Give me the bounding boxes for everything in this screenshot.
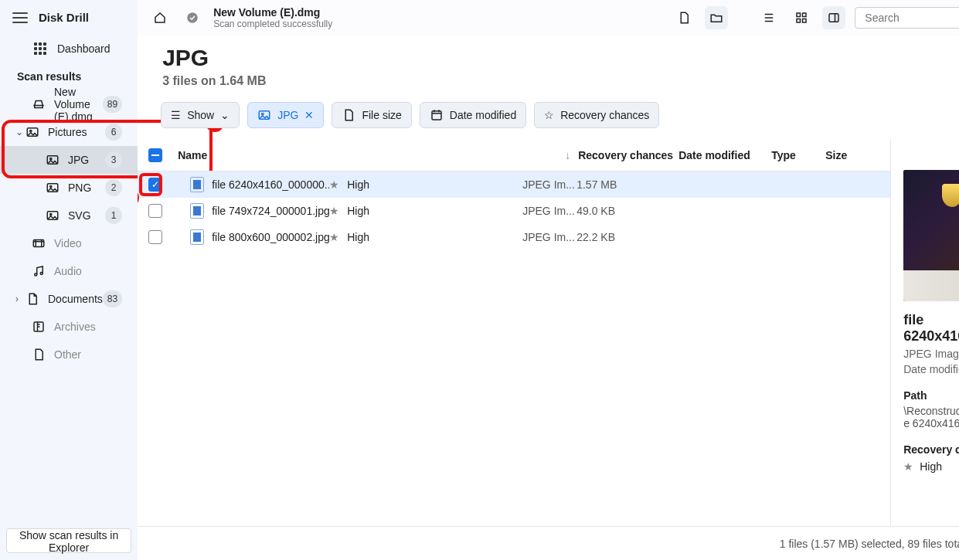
image-icon <box>257 108 271 122</box>
show-in-explorer-button[interactable]: Show scan results in Explorer <box>6 528 131 553</box>
sidebar-item-documents[interactable]: › Documents 83 <box>0 285 138 313</box>
table-row[interactable]: ✓ file 6240x4160_000000.... ★High JPEG I… <box>138 171 890 198</box>
svg-rect-16 <box>803 19 807 23</box>
image-icon <box>45 180 60 195</box>
image-icon <box>45 152 60 168</box>
video-icon <box>31 236 46 251</box>
preview-image <box>903 170 959 301</box>
col-name[interactable]: Name <box>162 149 329 161</box>
preview-path: \Reconstructed\Pictures\jpg\file 6240x41… <box>903 405 959 429</box>
grid-view-icon[interactable] <box>790 6 813 29</box>
chevron-right-icon: › <box>15 294 25 304</box>
topbar: New Volume (E).dmg Scan completed succes… <box>138 0 959 36</box>
home-icon[interactable] <box>148 6 172 29</box>
menu-icon[interactable] <box>12 12 28 23</box>
x-icon[interactable]: ✕ <box>304 109 314 121</box>
star-icon: ★ <box>329 205 339 217</box>
svg-rect-14 <box>803 13 807 17</box>
sidebar-item-svg[interactable]: SVG 1 <box>0 202 138 229</box>
preview-panel: file 6240x4160_000000.jpg JPEG Image – 1… <box>891 139 959 526</box>
image-icon <box>25 124 40 140</box>
star-icon: ★ <box>329 231 339 243</box>
star-icon: ☆ <box>544 109 554 121</box>
list-view-icon[interactable] <box>757 6 780 29</box>
sidebar-item-audio[interactable]: Audio <box>0 257 138 285</box>
star-icon: ★ <box>329 178 339 191</box>
show-dropdown[interactable]: ☰ Show ⌄ <box>161 102 240 128</box>
calendar-icon <box>430 108 444 122</box>
app-title: Disk Drill <box>39 11 89 24</box>
svg-point-7 <box>50 213 52 215</box>
row-checkbox[interactable]: ✓ <box>148 178 162 192</box>
sidebar: Disk Drill Dashboard Scan results New Vo… <box>0 0 138 560</box>
svg-point-9 <box>35 273 37 276</box>
filter-size[interactable]: File size <box>332 102 411 128</box>
volume-title: New Volume (E).dmg <box>213 6 663 19</box>
svg-point-12 <box>187 12 198 23</box>
table-row[interactable]: file 800x600_000002.jpg ★High JPEG Im...… <box>138 224 890 250</box>
file-name: file 6240x4160_000000.... <box>212 178 329 191</box>
file-name: file 800x600_000002.jpg <box>212 231 329 243</box>
sort-icon[interactable]: ↓ <box>565 149 570 161</box>
preview-date-label: Date modified <box>903 363 959 375</box>
svg-rect-20 <box>432 111 441 120</box>
sliders-icon: ☰ <box>171 109 181 121</box>
col-type[interactable]: Type <box>771 149 825 161</box>
svg-point-3 <box>50 158 52 159</box>
col-size[interactable]: Size <box>825 149 879 161</box>
row-checkbox[interactable] <box>148 204 162 218</box>
svg-rect-15 <box>797 19 801 23</box>
file-icon <box>190 203 204 219</box>
footer-bar: 1 files (1.57 MB) selected, 89 files tot… <box>138 526 959 560</box>
svg-point-5 <box>50 185 52 187</box>
file-icon <box>190 177 204 192</box>
sidebar-item-volume[interactable]: New Volume (E).dmg 89 <box>0 90 138 118</box>
file-icon <box>31 347 46 362</box>
filter-recovery[interactable]: ☆ Recovery chances <box>534 102 659 128</box>
file-view-icon[interactable] <box>672 6 695 29</box>
page-subtitle: 3 files on 1.64 MB <box>162 74 959 88</box>
check-circle-icon[interactable] <box>181 6 204 29</box>
svg-rect-8 <box>33 240 44 247</box>
grid-icon <box>34 42 46 55</box>
split-view-icon[interactable] <box>822 6 845 29</box>
sidebar-item-video[interactable]: Video <box>0 229 138 257</box>
chevron-down-icon: ⌄ <box>15 127 25 137</box>
sidebar-item-other[interactable]: Other <box>0 341 138 368</box>
preview-meta: JPEG Image – 1.57 MB <box>903 348 959 360</box>
archive-icon <box>31 319 46 334</box>
select-all-checkbox[interactable] <box>148 148 162 162</box>
svg-rect-17 <box>829 14 838 22</box>
search-input[interactable] <box>855 7 959 29</box>
sidebar-item-dashboard[interactable]: Dashboard <box>0 35 138 63</box>
preview-path-label: Path <box>903 389 959 402</box>
sidebar-item-pictures[interactable]: ⌄ Pictures 6 <box>0 118 138 146</box>
table-row[interactable]: file 749x724_000001.jpg ★High JPEG Im...… <box>138 198 890 224</box>
folder-view-icon[interactable] <box>705 6 728 29</box>
chevron-down-icon: ⌄ <box>220 109 230 121</box>
table-header: Name ↓ Recovery chances Date modified Ty… <box>138 139 890 171</box>
file-name: file 749x724_000001.jpg <box>212 205 329 217</box>
filter-date[interactable]: Date modified <box>420 102 526 128</box>
row-checkbox[interactable] <box>148 230 162 244</box>
sidebar-item-archives[interactable]: Archives <box>0 313 138 341</box>
preview-rc-label: Recovery chances <box>903 443 959 456</box>
filter-jpg[interactable]: JPG ✕ <box>247 102 324 128</box>
results-table: Name ↓ Recovery chances Date modified Ty… <box>138 139 891 526</box>
sidebar-item-jpg[interactable]: JPG 3 <box>0 146 138 174</box>
volume-subtitle: Scan completed successfully <box>213 19 663 29</box>
selection-status: 1 files (1.57 MB) selected, 89 files tot… <box>780 538 959 550</box>
col-recovery[interactable]: Recovery chances <box>578 149 678 161</box>
svg-point-10 <box>40 273 43 275</box>
document-icon <box>342 108 355 122</box>
svg-rect-13 <box>797 13 801 17</box>
image-icon <box>45 208 60 223</box>
filter-bar: ☰ Show ⌄ JPG ✕ File size Date modified ☆… <box>138 91 959 139</box>
svg-point-19 <box>262 113 264 114</box>
sidebar-item-png[interactable]: PNG 2 <box>0 174 138 202</box>
page-title: JPG <box>162 45 959 71</box>
audio-icon <box>31 263 46 279</box>
file-icon <box>190 229 204 245</box>
col-date[interactable]: Date modified <box>678 149 771 161</box>
preview-filename: file 6240x4160_000000.jpg <box>903 312 959 344</box>
